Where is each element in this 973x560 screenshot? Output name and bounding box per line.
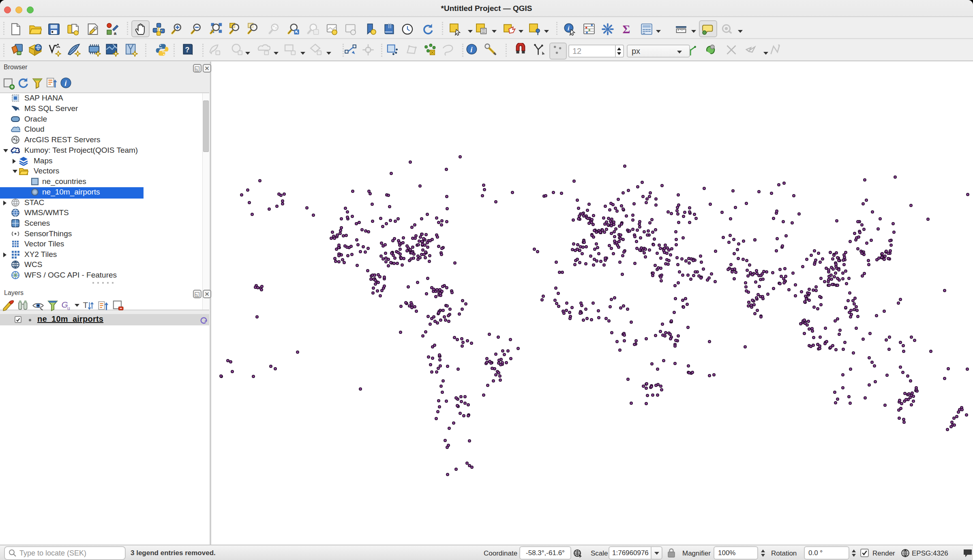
svg-text:Σ: Σ bbox=[623, 23, 630, 36]
svg-text:u: u bbox=[67, 306, 70, 311]
svg-text:?: ? bbox=[185, 46, 190, 54]
svg-text:T: T bbox=[83, 300, 88, 310]
svg-text:a: a bbox=[114, 31, 117, 36]
